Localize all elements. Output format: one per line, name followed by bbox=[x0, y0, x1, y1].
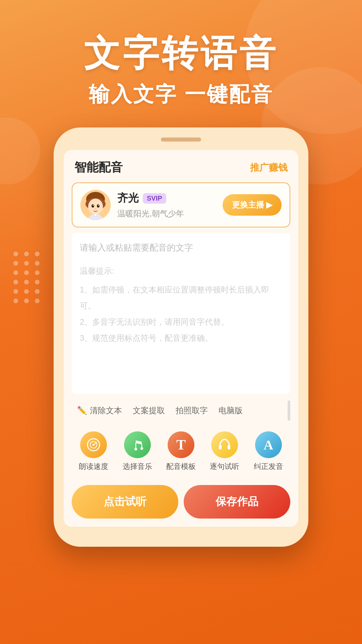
dubbing-template-icon: T bbox=[168, 431, 194, 458]
svg-rect-17 bbox=[219, 445, 222, 449]
feature-select-music[interactable]: 选择音乐 bbox=[123, 431, 152, 472]
avatar-illustration bbox=[80, 190, 111, 220]
listen-sentence-icon bbox=[211, 431, 238, 458]
svg-point-6 bbox=[93, 205, 94, 206]
svg-point-4 bbox=[92, 204, 94, 208]
arrow-right-icon: ▶ bbox=[266, 200, 272, 210]
change-host-button[interactable]: 更换主播 ▶ bbox=[223, 194, 282, 216]
pc-version-button[interactable]: 电脑版 bbox=[213, 402, 248, 419]
tip-1: 1、如需停顿，在文本相应位置调整停顿时长后插入即可。 bbox=[80, 282, 282, 314]
svg-point-12 bbox=[93, 444, 95, 446]
svg-rect-18 bbox=[228, 445, 230, 449]
select-music-icon bbox=[124, 431, 151, 458]
host-name: 齐光 bbox=[117, 191, 139, 206]
app-header: 智能配音 推广赚钱 bbox=[64, 150, 298, 182]
app-content: 智能配音 推广赚钱 bbox=[64, 150, 298, 527]
svg-point-14 bbox=[134, 448, 137, 450]
feature-correct-pronunciation[interactable]: A 纠正发音 bbox=[254, 431, 283, 472]
svg-point-5 bbox=[97, 204, 100, 208]
text-input-area[interactable]: 请输入或粘贴需要配音的文字 温馨提示: 1、如需停顿，在文本相应位置调整停顿时长… bbox=[72, 233, 290, 394]
svg-point-16 bbox=[140, 447, 143, 450]
features-row: 朗读速度 选择音乐 T bbox=[64, 426, 298, 478]
dubbing-template-label: 配音模板 bbox=[166, 462, 196, 472]
header-area: 文字转语音 输入文字 一键配音 bbox=[0, 0, 362, 108]
scroll-indicator bbox=[288, 400, 290, 421]
promo-link[interactable]: 推广赚钱 bbox=[250, 161, 288, 174]
bottom-toolbar: ✏️ 清除文本 文案提取 拍照取字 电脑版 bbox=[64, 394, 298, 426]
phone-notch bbox=[161, 138, 201, 142]
tip-title: 温馨提示: bbox=[80, 263, 282, 279]
app-title: 智能配音 bbox=[74, 159, 123, 176]
extract-content-button[interactable]: 文案提取 bbox=[127, 402, 170, 419]
feature-listen-sentence[interactable]: 逐句试听 bbox=[210, 431, 239, 472]
svg-point-3 bbox=[88, 199, 103, 215]
dot-grid-decoration bbox=[13, 252, 41, 303]
reading-speed-label: 朗读速度 bbox=[79, 462, 108, 472]
reading-speed-icon bbox=[80, 431, 107, 458]
action-buttons: 点击试听 保存作品 bbox=[64, 478, 298, 527]
svip-badge: SVIP bbox=[143, 193, 166, 204]
correct-pronunciation-label: 纠正发音 bbox=[254, 462, 283, 472]
main-title: 文字转语音 bbox=[0, 34, 362, 73]
svg-point-7 bbox=[98, 205, 99, 206]
svg-point-8 bbox=[95, 208, 96, 209]
phone-mockup: 智能配音 推广赚钱 bbox=[54, 127, 308, 547]
sub-title: 输入文字 一键配音 bbox=[0, 80, 362, 108]
feature-reading-speed[interactable]: 朗读速度 bbox=[79, 431, 108, 472]
host-description: 温暖阳光,朝气少年 bbox=[117, 208, 223, 219]
photo-text-button[interactable]: 拍照取字 bbox=[170, 402, 213, 419]
preview-button[interactable]: 点击试听 bbox=[72, 485, 178, 519]
save-button[interactable]: 保存作品 bbox=[184, 485, 290, 519]
input-placeholder: 请输入或粘贴需要配音的文字 bbox=[80, 241, 282, 255]
host-info: 齐光 SVIP 温暖阳光,朝气少年 bbox=[117, 191, 223, 219]
clear-icon: ✏️ bbox=[77, 406, 87, 415]
listen-sentence-label: 逐句试听 bbox=[210, 462, 239, 472]
feature-dubbing-template[interactable]: T 配音模板 bbox=[166, 431, 196, 472]
bg-decoration-3 bbox=[0, 117, 40, 184]
host-card: 齐光 SVIP 温暖阳光,朝气少年 更换主播 ▶ bbox=[72, 182, 290, 227]
host-avatar bbox=[80, 190, 111, 220]
select-music-label: 选择音乐 bbox=[123, 462, 152, 472]
tip-2: 2、多音字无法识别时，请用同音字代替。 bbox=[80, 314, 282, 330]
correct-pronunciation-icon: A bbox=[255, 431, 282, 458]
clear-text-button[interactable]: ✏️ 清除文本 bbox=[72, 402, 127, 419]
tip-3: 3、规范使用标点符号，配音更准确。 bbox=[80, 330, 282, 346]
host-name-row: 齐光 SVIP bbox=[117, 191, 223, 206]
input-tips: 温馨提示: 1、如需停顿，在文本相应位置调整停顿时长后插入即可。 2、多音字无法… bbox=[80, 263, 282, 346]
